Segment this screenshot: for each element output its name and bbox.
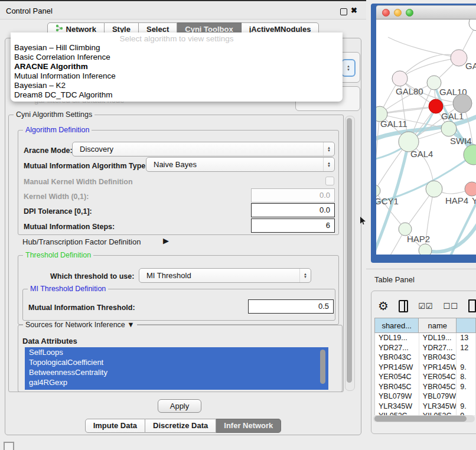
dpi-tolerance-input[interactable]: 0.0 xyxy=(251,203,335,217)
table-cell: YBL079W xyxy=(419,392,457,402)
network-edge[interactable] xyxy=(400,54,459,79)
algorithm-option[interactable]: ARACNE Algorithm xyxy=(11,62,343,71)
collapse-arrow-icon[interactable]: ▼ xyxy=(127,321,134,329)
window-close-button[interactable] xyxy=(382,9,390,17)
table-row[interactable]: YLR345WYLR345W9. xyxy=(375,402,476,412)
algorithm-dropdown-popup: Select algorithm to view settings Bayesi… xyxy=(11,32,343,102)
combo-stepper-icon: ▲▼ xyxy=(323,158,334,171)
table-hscrollbar[interactable] xyxy=(373,415,475,422)
table-row[interactable]: YER054CYER054C8. xyxy=(375,372,476,382)
network-node[interactable] xyxy=(469,19,476,31)
attribute-item[interactable]: TopologicalCoefficient xyxy=(25,357,328,367)
tab-discretize-data[interactable]: Discretize Data xyxy=(145,419,216,433)
network-node-gcy1[interactable] xyxy=(376,185,380,197)
table-cell: YBR043C xyxy=(419,353,457,363)
mi-threshold-input[interactable]: 0.5 xyxy=(248,299,334,314)
combo-stepper-icon: ▲▼ xyxy=(299,269,311,282)
table-cell: 9. xyxy=(457,382,476,392)
table-cell: YER054C xyxy=(375,372,419,382)
table-cell: YBR043C xyxy=(375,353,419,363)
mi-algorithm-type-combo[interactable]: Naive Bayes ▲▼ xyxy=(146,157,335,172)
network-node-gal[interactable] xyxy=(451,50,467,66)
network-window-titlebar[interactable] xyxy=(376,5,476,19)
select-all-checkboxes-icon[interactable]: ☑☑ xyxy=(418,302,433,311)
deselect-all-checkboxes-icon[interactable]: ☐☐ xyxy=(444,302,458,311)
cyni-settings-title: Cyni Algorithm Settings xyxy=(14,110,94,119)
table-row[interactable]: YBL079WYBL079W xyxy=(375,392,476,402)
window-zoom-button[interactable] xyxy=(406,9,413,17)
tab-label: Impute Data xyxy=(93,419,137,432)
network-edge[interactable] xyxy=(376,114,380,191)
network-node-y[interactable] xyxy=(465,182,476,196)
settings-scrollbar-thumb[interactable] xyxy=(347,118,352,383)
window-minimize-button[interactable] xyxy=(394,9,402,17)
manual-kernel-checkbox[interactable] xyxy=(325,177,334,185)
apply-button[interactable]: Apply xyxy=(158,399,201,413)
attribute-table: shared...name YDL19...YDL19...13YDR27...… xyxy=(374,318,476,415)
threshold-definition-title: Threshold Definition xyxy=(23,251,93,259)
attribute-item[interactable]: gal4RGexp xyxy=(25,377,328,387)
split-columns-icon[interactable] xyxy=(399,300,408,312)
network-graph[interactable]: GALGAL80GAL10GAL1GAL11SWI4GAL4GCY1HAP4YH… xyxy=(376,19,476,255)
network-edge[interactable] xyxy=(400,58,459,79)
dropdown-placeholder: Select algorithm to view settings xyxy=(11,32,343,43)
algorithm-option[interactable]: Mutual Information Inference xyxy=(11,71,343,81)
settings-scrollbar[interactable] xyxy=(345,116,355,391)
page-icon[interactable] xyxy=(468,299,476,312)
algorithm-option[interactable]: Bayesian – Hill Climbing xyxy=(11,43,343,53)
network-node[interactable] xyxy=(453,94,472,113)
which-threshold-combo[interactable]: MI Threshold ▲▼ xyxy=(139,268,311,283)
bottom-tabs: Impute DataDiscretize DataInfer Network xyxy=(0,419,366,433)
float-window-icon[interactable] xyxy=(340,8,347,15)
expand-arrow-icon[interactable]: ▶ xyxy=(163,236,169,245)
attribute-item[interactable]: BetweennessCentrality xyxy=(25,367,328,377)
table-cell xyxy=(457,353,476,363)
table-hscrollbar-thumb[interactable] xyxy=(374,416,467,422)
combo-stepper-icon: ▲▼ xyxy=(323,142,334,156)
table-row[interactable]: YBR043CYBR043C xyxy=(375,353,476,363)
hub-section-label[interactable]: Hub/Transcription Factor Definition xyxy=(22,237,141,246)
table-row[interactable]: YIL052CYIL052C9. xyxy=(375,411,476,415)
kernel-width-input[interactable]: 0.0 xyxy=(251,188,335,203)
network-node[interactable] xyxy=(419,244,432,255)
table-row[interactable]: YBR045CYBR045C9. xyxy=(375,382,476,392)
network-canvas[interactable]: GALGAL80GAL10GAL1GAL11SWI4GAL4GCY1HAP4YH… xyxy=(376,19,476,255)
attributes-scrollbar-thumb[interactable] xyxy=(320,350,325,384)
close-icon[interactable]: ✖ xyxy=(351,6,357,15)
algorithm-option[interactable]: Dream8 DC_TDC Algorithm xyxy=(11,90,343,100)
table-cell: 13 xyxy=(457,333,476,343)
network-node-gal80[interactable] xyxy=(392,71,407,86)
algorithm-option[interactable]: Basic Correlation Inference xyxy=(11,53,343,62)
tab-infer-network[interactable]: Infer Network xyxy=(216,419,281,433)
table-row[interactable]: YDL19...YDL19...13 xyxy=(375,333,476,343)
table-row[interactable]: YDR27...YDR27...12 xyxy=(375,343,476,353)
combo-stepper-focused[interactable]: ▲▼ xyxy=(341,59,356,77)
which-threshold-label: Which threshold to use: xyxy=(50,272,134,281)
mi-algorithm-type-label: Mutual Information Algorithm Type: xyxy=(24,162,148,170)
node-label: GAL11 xyxy=(380,119,407,129)
data-attributes-label: Data Attributes xyxy=(22,337,77,345)
data-attributes-list[interactable]: SelfLoopsTopologicalCoefficientBetweenne… xyxy=(25,347,328,390)
mi-steps-input[interactable]: 6 xyxy=(251,219,335,233)
column-header[interactable]: shared... xyxy=(374,318,419,333)
algorithm-definition-title: Algorithm Definition xyxy=(23,126,92,134)
control-panel-title: Control Panel xyxy=(6,6,53,15)
table-cell: 9. xyxy=(457,411,476,415)
table-cell: YDL19... xyxy=(375,333,419,343)
column-header[interactable] xyxy=(457,318,476,333)
node-label: GAL xyxy=(465,61,476,71)
network-node-hap4[interactable] xyxy=(426,181,442,197)
algorithm-option[interactable]: Bayesian – K2 xyxy=(11,81,343,90)
table-cell: YDR27... xyxy=(419,343,457,353)
aracne-mode-combo[interactable]: Discovery ▲▼ xyxy=(72,142,335,156)
table-panel-divider xyxy=(366,269,476,269)
network-node[interactable] xyxy=(464,145,476,165)
attribute-item[interactable]: SelfLoops xyxy=(25,347,328,357)
gear-icon[interactable]: ⚙ xyxy=(378,300,389,312)
node-label: Y xyxy=(472,195,476,206)
table-row[interactable]: YPR145WYPR145W9. xyxy=(375,363,476,373)
screen: Control Panel ✖ NetworkStyleSelectCyni T… xyxy=(0,0,476,450)
tab-impute-data[interactable]: Impute Data xyxy=(85,419,145,433)
column-header[interactable]: name xyxy=(419,318,457,333)
network-node-swi4[interactable] xyxy=(441,121,457,136)
